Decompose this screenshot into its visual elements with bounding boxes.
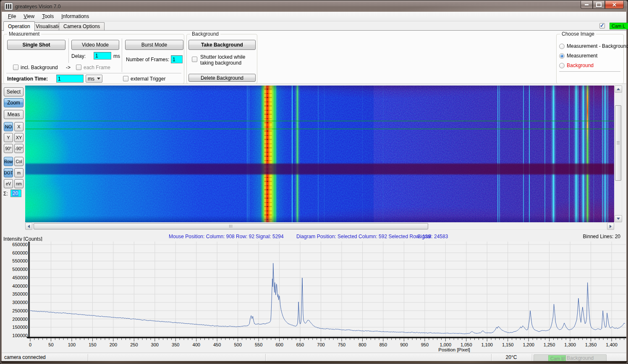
svg-text:50: 50 (48, 342, 53, 347)
delay-input[interactable]: 1 (94, 52, 111, 60)
cam-link-checkbox[interactable] (599, 23, 605, 29)
take-background-button[interactable]: Take Background (188, 40, 256, 50)
scroll-down-button[interactable] (615, 215, 622, 222)
x-tool-button[interactable]: X (14, 122, 24, 131)
number-of-frames-input[interactable]: 1 (171, 55, 183, 63)
radio-measurement[interactable] (559, 53, 565, 59)
select-tool-button[interactable]: Select (4, 87, 24, 96)
vertical-scrollbar[interactable] (615, 86, 622, 222)
close-button[interactable]: ✕ (605, 1, 624, 9)
svg-text:600: 600 (275, 342, 283, 347)
triangle-down-icon (617, 218, 620, 220)
svg-text:600000: 600000 (12, 250, 28, 255)
horizontal-scrollbar[interactable] (25, 223, 614, 230)
col-tool-button[interactable]: Col (14, 157, 24, 166)
vertical-scrollbar-thumb[interactable] (615, 105, 621, 181)
background-group: Background Take Background Shutter locke… (186, 34, 257, 84)
svg-text:0: 0 (29, 342, 31, 347)
statusbar-divider (532, 354, 532, 361)
svg-text:250000: 250000 (12, 308, 28, 313)
cam-link-status-badge: Cam L (610, 23, 628, 29)
svg-text:650000: 650000 (12, 242, 28, 247)
svg-text:200000: 200000 (12, 317, 28, 322)
svg-text:650: 650 (296, 342, 304, 347)
svg-text:450: 450 (213, 342, 221, 347)
dot-tool-button[interactable]: DOT (4, 168, 13, 177)
rotate-minus-90-button[interactable]: -90° (14, 144, 24, 153)
menu-informations[interactable]: Informations (58, 12, 93, 21)
app-icon (4, 3, 13, 10)
external-trigger-checkbox[interactable] (123, 76, 128, 81)
integration-time-input[interactable]: 1 (56, 75, 84, 83)
minimize-button[interactable] (581, 1, 593, 9)
tab-camera-options[interactable]: Camera Options (59, 22, 105, 31)
svg-text:1,250: 1,250 (544, 342, 555, 347)
integration-unit-value: ms (88, 76, 94, 82)
scroll-up-button[interactable] (615, 86, 622, 93)
no-tool-button[interactable]: NO (4, 122, 13, 131)
binned-lines-input[interactable]: 20 (10, 190, 21, 197)
menu-tools[interactable]: Tools (38, 12, 58, 21)
operation-tab-page: Measurement Single Shot Video Mode Delay… (2, 30, 626, 84)
diagram-signal-status: Signal: 24583 (417, 234, 448, 239)
svg-text:800: 800 (358, 342, 366, 347)
each-frame-checkbox[interactable] (76, 65, 81, 70)
scroll-right-button[interactable] (607, 223, 614, 230)
shutter-locked-checkbox[interactable] (192, 57, 197, 62)
incl-background-checkbox[interactable] (13, 65, 18, 70)
svg-text:450000: 450000 (12, 275, 28, 280)
ev-unit-button[interactable]: eV (4, 179, 13, 188)
burst-mode-button[interactable]: Burst Mode (125, 40, 183, 50)
measurement-separator-1 (68, 39, 69, 63)
scroll-left-button[interactable] (25, 223, 32, 230)
svg-text:550000: 550000 (12, 258, 28, 263)
svg-text:750: 750 (338, 342, 345, 347)
zoom-tool-button[interactable]: Zoom (4, 98, 24, 107)
single-shot-button[interactable]: Single Shot (7, 40, 65, 50)
tab-operation[interactable]: Operation (3, 21, 35, 31)
menu-file[interactable]: File (4, 12, 20, 21)
svg-text:900: 900 (400, 342, 408, 347)
row-tool-button[interactable]: Row (4, 157, 13, 166)
menu-view[interactable]: View (20, 12, 38, 21)
rotate-90-button[interactable]: 90° (4, 144, 13, 153)
window-bottom-frame (1, 361, 627, 363)
meas-tool-button[interactable]: Meas (4, 110, 24, 119)
svg-text:200: 200 (110, 342, 117, 347)
video-mode-button[interactable]: Video Mode (71, 40, 119, 50)
integration-unit-dropdown[interactable]: ms (86, 75, 102, 83)
maximize-button[interactable] (593, 1, 605, 9)
binned-lines-status: Binned Lines: 20 (577, 234, 620, 239)
svg-text:250: 250 (130, 342, 138, 347)
number-of-frames-label: Number of Frames: (126, 57, 169, 62)
nm-unit-button[interactable]: nm (14, 179, 24, 188)
delete-background-button[interactable]: Delete Background (188, 74, 256, 82)
svg-text:300: 300 (151, 342, 159, 347)
ghost-text: e Background (563, 355, 594, 361)
svg-text:1,150: 1,150 (502, 342, 514, 347)
titlebar[interactable]: greateyes Vision 7.0 ✕ (1, 1, 627, 12)
temperature-status: 20°C (491, 354, 531, 360)
m-unit-button[interactable]: m (14, 168, 24, 177)
svg-text:350000: 350000 (12, 291, 28, 296)
radio-measurement-minus-background-label: Measurement - Background (567, 43, 628, 49)
ccd-image-view[interactable] (25, 86, 614, 222)
radio-measurement-minus-background[interactable] (559, 44, 565, 49)
svg-text:1,200: 1,200 (523, 342, 534, 347)
svg-text:1,100: 1,100 (481, 342, 493, 347)
svg-text:300000: 300000 (12, 300, 28, 305)
measurement-separator-2 (122, 39, 122, 72)
choose-image-group: Choose Image Measurement - Background Me… (556, 34, 624, 84)
radio-background-label: Background (567, 62, 594, 68)
incl-background-label: incl. Background (21, 65, 58, 70)
y-tool-button[interactable]: Y (4, 133, 13, 142)
tabstrip: Operation Visualisation Camera Options C… (2, 21, 626, 31)
intensity-chart[interactable]: 0501001502002503003504004505005506006507… (2, 241, 626, 353)
radio-background[interactable] (559, 63, 565, 68)
xy-tool-button[interactable]: XY (14, 133, 24, 142)
horizontal-scrollbar-thumb[interactable] (34, 223, 428, 229)
statusbar-divider (88, 354, 88, 361)
chevron-down-icon (97, 78, 100, 80)
svg-text:1,350: 1,350 (585, 342, 597, 347)
svg-text:100: 100 (68, 342, 76, 347)
